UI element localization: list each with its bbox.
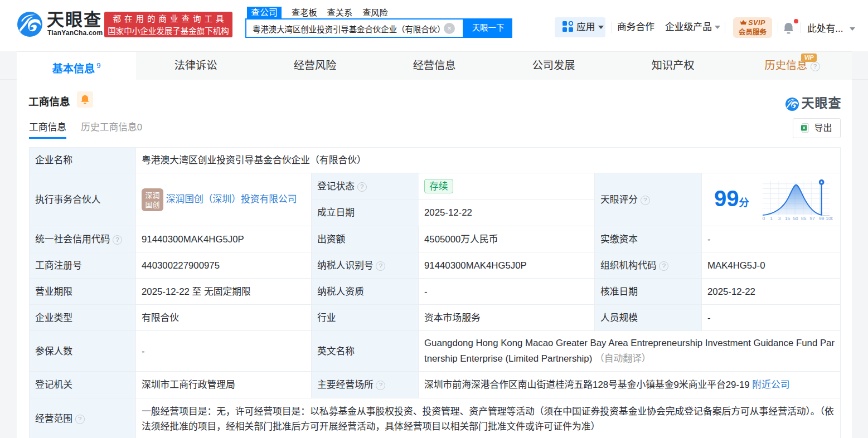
svg-text:97: 97	[810, 216, 816, 221]
svg-text:100: 100	[826, 216, 833, 221]
svg-text:50: 50	[793, 216, 799, 221]
svg-text:85: 85	[801, 216, 807, 221]
svg-text:X: X	[803, 125, 806, 130]
svg-text:99: 99	[819, 216, 825, 221]
svg-text:1: 1	[770, 216, 773, 221]
svg-text:3: 3	[778, 216, 781, 221]
svg-text:0: 0	[763, 216, 765, 221]
svg-text:15: 15	[785, 216, 791, 221]
